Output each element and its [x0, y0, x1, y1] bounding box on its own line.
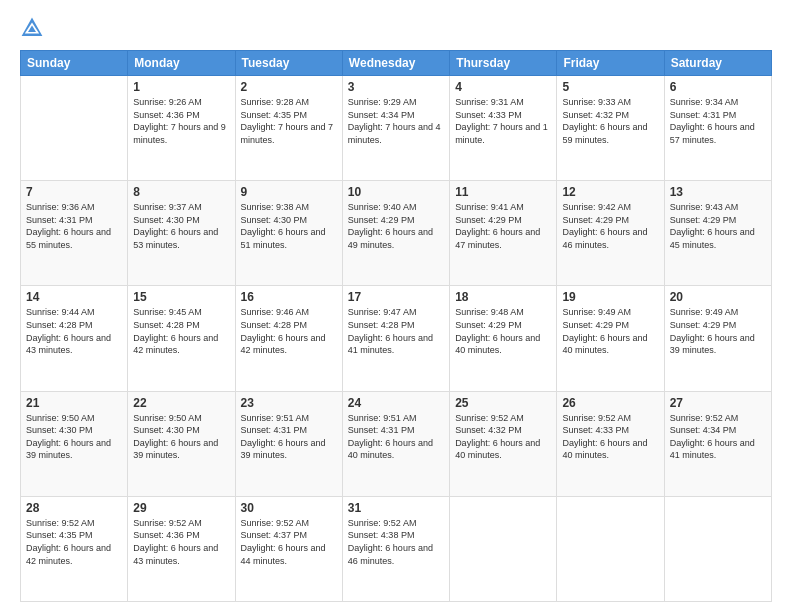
cell-date: 26 [562, 396, 658, 410]
week-row-2: 7Sunrise: 9:36 AMSunset: 4:31 PMDaylight… [21, 181, 772, 286]
week-row-1: 1Sunrise: 9:26 AMSunset: 4:36 PMDaylight… [21, 76, 772, 181]
calendar-cell: 25Sunrise: 9:52 AMSunset: 4:32 PMDayligh… [450, 391, 557, 496]
cell-date: 17 [348, 290, 444, 304]
calendar-cell: 27Sunrise: 9:52 AMSunset: 4:34 PMDayligh… [664, 391, 771, 496]
page: SundayMondayTuesdayWednesdayThursdayFrid… [0, 0, 792, 612]
calendar-cell: 31Sunrise: 9:52 AMSunset: 4:38 PMDayligh… [342, 496, 449, 601]
logo-icon [20, 16, 44, 40]
cell-info: Sunrise: 9:28 AMSunset: 4:35 PMDaylight:… [241, 96, 337, 146]
cell-date: 29 [133, 501, 229, 515]
cell-info: Sunrise: 9:52 AMSunset: 4:34 PMDaylight:… [670, 412, 766, 462]
calendar-cell [664, 496, 771, 601]
cell-date: 27 [670, 396, 766, 410]
cell-info: Sunrise: 9:52 AMSunset: 4:32 PMDaylight:… [455, 412, 551, 462]
calendar-cell: 29Sunrise: 9:52 AMSunset: 4:36 PMDayligh… [128, 496, 235, 601]
calendar-cell: 23Sunrise: 9:51 AMSunset: 4:31 PMDayligh… [235, 391, 342, 496]
calendar-table: SundayMondayTuesdayWednesdayThursdayFrid… [20, 50, 772, 602]
cell-info: Sunrise: 9:50 AMSunset: 4:30 PMDaylight:… [133, 412, 229, 462]
cell-date: 14 [26, 290, 122, 304]
cell-info: Sunrise: 9:50 AMSunset: 4:30 PMDaylight:… [26, 412, 122, 462]
calendar-cell: 17Sunrise: 9:47 AMSunset: 4:28 PMDayligh… [342, 286, 449, 391]
calendar-cell: 22Sunrise: 9:50 AMSunset: 4:30 PMDayligh… [128, 391, 235, 496]
calendar-cell: 20Sunrise: 9:49 AMSunset: 4:29 PMDayligh… [664, 286, 771, 391]
calendar-cell: 9Sunrise: 9:38 AMSunset: 4:30 PMDaylight… [235, 181, 342, 286]
cell-info: Sunrise: 9:43 AMSunset: 4:29 PMDaylight:… [670, 201, 766, 251]
cell-date: 20 [670, 290, 766, 304]
week-row-5: 28Sunrise: 9:52 AMSunset: 4:35 PMDayligh… [21, 496, 772, 601]
cell-info: Sunrise: 9:45 AMSunset: 4:28 PMDaylight:… [133, 306, 229, 356]
cell-info: Sunrise: 9:33 AMSunset: 4:32 PMDaylight:… [562, 96, 658, 146]
cell-date: 3 [348, 80, 444, 94]
cell-info: Sunrise: 9:37 AMSunset: 4:30 PMDaylight:… [133, 201, 229, 251]
cell-info: Sunrise: 9:38 AMSunset: 4:30 PMDaylight:… [241, 201, 337, 251]
cell-date: 23 [241, 396, 337, 410]
cell-info: Sunrise: 9:52 AMSunset: 4:37 PMDaylight:… [241, 517, 337, 567]
calendar-cell: 24Sunrise: 9:51 AMSunset: 4:31 PMDayligh… [342, 391, 449, 496]
cell-info: Sunrise: 9:52 AMSunset: 4:35 PMDaylight:… [26, 517, 122, 567]
cell-info: Sunrise: 9:52 AMSunset: 4:38 PMDaylight:… [348, 517, 444, 567]
calendar-cell [557, 496, 664, 601]
cell-date: 1 [133, 80, 229, 94]
calendar-cell: 4Sunrise: 9:31 AMSunset: 4:33 PMDaylight… [450, 76, 557, 181]
calendar-cell [21, 76, 128, 181]
calendar-cell: 7Sunrise: 9:36 AMSunset: 4:31 PMDaylight… [21, 181, 128, 286]
week-row-3: 14Sunrise: 9:44 AMSunset: 4:28 PMDayligh… [21, 286, 772, 391]
calendar-cell: 21Sunrise: 9:50 AMSunset: 4:30 PMDayligh… [21, 391, 128, 496]
calendar-cell: 3Sunrise: 9:29 AMSunset: 4:34 PMDaylight… [342, 76, 449, 181]
calendar-cell: 26Sunrise: 9:52 AMSunset: 4:33 PMDayligh… [557, 391, 664, 496]
calendar-cell: 15Sunrise: 9:45 AMSunset: 4:28 PMDayligh… [128, 286, 235, 391]
cell-date: 4 [455, 80, 551, 94]
weekday-sunday: Sunday [21, 51, 128, 76]
calendar-cell [450, 496, 557, 601]
cell-date: 28 [26, 501, 122, 515]
cell-date: 5 [562, 80, 658, 94]
calendar-cell: 28Sunrise: 9:52 AMSunset: 4:35 PMDayligh… [21, 496, 128, 601]
cell-date: 31 [348, 501, 444, 515]
cell-date: 10 [348, 185, 444, 199]
cell-info: Sunrise: 9:44 AMSunset: 4:28 PMDaylight:… [26, 306, 122, 356]
cell-date: 19 [562, 290, 658, 304]
calendar-cell: 2Sunrise: 9:28 AMSunset: 4:35 PMDaylight… [235, 76, 342, 181]
cell-info: Sunrise: 9:26 AMSunset: 4:36 PMDaylight:… [133, 96, 229, 146]
weekday-header-row: SundayMondayTuesdayWednesdayThursdayFrid… [21, 51, 772, 76]
cell-info: Sunrise: 9:40 AMSunset: 4:29 PMDaylight:… [348, 201, 444, 251]
cell-date: 7 [26, 185, 122, 199]
cell-date: 22 [133, 396, 229, 410]
calendar-cell: 6Sunrise: 9:34 AMSunset: 4:31 PMDaylight… [664, 76, 771, 181]
calendar-cell: 13Sunrise: 9:43 AMSunset: 4:29 PMDayligh… [664, 181, 771, 286]
weekday-tuesday: Tuesday [235, 51, 342, 76]
cell-date: 2 [241, 80, 337, 94]
header [20, 16, 772, 40]
cell-info: Sunrise: 9:31 AMSunset: 4:33 PMDaylight:… [455, 96, 551, 146]
cell-date: 8 [133, 185, 229, 199]
cell-info: Sunrise: 9:47 AMSunset: 4:28 PMDaylight:… [348, 306, 444, 356]
cell-info: Sunrise: 9:34 AMSunset: 4:31 PMDaylight:… [670, 96, 766, 146]
cell-info: Sunrise: 9:51 AMSunset: 4:31 PMDaylight:… [241, 412, 337, 462]
cell-date: 21 [26, 396, 122, 410]
weekday-saturday: Saturday [664, 51, 771, 76]
cell-info: Sunrise: 9:41 AMSunset: 4:29 PMDaylight:… [455, 201, 551, 251]
week-row-4: 21Sunrise: 9:50 AMSunset: 4:30 PMDayligh… [21, 391, 772, 496]
cell-date: 30 [241, 501, 337, 515]
cell-date: 6 [670, 80, 766, 94]
calendar-cell: 8Sunrise: 9:37 AMSunset: 4:30 PMDaylight… [128, 181, 235, 286]
cell-info: Sunrise: 9:29 AMSunset: 4:34 PMDaylight:… [348, 96, 444, 146]
cell-info: Sunrise: 9:52 AMSunset: 4:36 PMDaylight:… [133, 517, 229, 567]
calendar-cell: 14Sunrise: 9:44 AMSunset: 4:28 PMDayligh… [21, 286, 128, 391]
cell-date: 18 [455, 290, 551, 304]
cell-date: 15 [133, 290, 229, 304]
cell-info: Sunrise: 9:52 AMSunset: 4:33 PMDaylight:… [562, 412, 658, 462]
calendar-cell: 16Sunrise: 9:46 AMSunset: 4:28 PMDayligh… [235, 286, 342, 391]
calendar-cell: 1Sunrise: 9:26 AMSunset: 4:36 PMDaylight… [128, 76, 235, 181]
calendar-cell: 18Sunrise: 9:48 AMSunset: 4:29 PMDayligh… [450, 286, 557, 391]
cell-info: Sunrise: 9:49 AMSunset: 4:29 PMDaylight:… [562, 306, 658, 356]
logo [20, 16, 48, 40]
cell-date: 25 [455, 396, 551, 410]
cell-info: Sunrise: 9:46 AMSunset: 4:28 PMDaylight:… [241, 306, 337, 356]
weekday-friday: Friday [557, 51, 664, 76]
cell-date: 12 [562, 185, 658, 199]
cell-date: 11 [455, 185, 551, 199]
cell-info: Sunrise: 9:51 AMSunset: 4:31 PMDaylight:… [348, 412, 444, 462]
cell-info: Sunrise: 9:36 AMSunset: 4:31 PMDaylight:… [26, 201, 122, 251]
calendar-cell: 30Sunrise: 9:52 AMSunset: 4:37 PMDayligh… [235, 496, 342, 601]
